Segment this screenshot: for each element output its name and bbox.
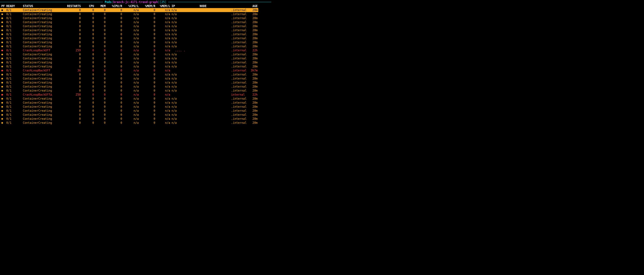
table-row[interactable]: 0/1ContainerCreating0000n/a0n/an/a.inter… <box>0 105 258 109</box>
cell-memr: 0 <box>139 88 155 92</box>
status-dot-icon <box>0 109 6 113</box>
cell-restarts: 0 <box>62 60 81 64</box>
table-row[interactable]: 0/1ContainerCreating0000n/a0n/an/a.inter… <box>0 24 258 28</box>
cell-mem: 0 <box>94 44 106 48</box>
table-row[interactable]: 0/1ContainerCreating0000n/a0n/an/a.inter… <box>0 72 258 76</box>
table-row[interactable]: 0/1ContainerCreating0000n/a0n/an/a.inter… <box>0 88 258 92</box>
hdr-ready[interactable]: READY <box>6 4 23 8</box>
table-row[interactable]: 0/1ContainerCreating0000n/a0n/an/a.inter… <box>0 28 258 32</box>
cell-cpur: 0 <box>106 72 122 76</box>
cell-internal: .internal <box>231 16 250 20</box>
hdr-restarts[interactable]: RESTARTS <box>62 4 81 8</box>
table-header: PF READY STATUS RESTARTS CPU MEM %CPU/R … <box>0 4 258 8</box>
cell-meml: n/a <box>155 88 170 92</box>
cell-ready: 0/1 <box>6 84 23 88</box>
cell-age: 28m <box>250 96 258 100</box>
cell-cpur: 0 <box>106 117 122 121</box>
table-row[interactable]: 0/1ContainerCreating0000n/a0n/an/a.inter… <box>0 36 258 40</box>
table-row[interactable]: 0/1ContainerCreating0000n/a0n/an/a.inter… <box>0 109 258 113</box>
status-dot-icon <box>0 76 6 80</box>
cell-status: CrashLoopBackOff <box>23 48 62 52</box>
status-dot-icon <box>0 40 6 44</box>
cell-cpu: 0 <box>81 36 94 40</box>
table-row[interactable]: 0/1ContainerCreating0000n/a0n/an/a.inter… <box>0 76 258 80</box>
table-row[interactable]: 0/1ContainerCreating0000n/a0n/an/a.inter… <box>0 100 258 105</box>
status-dot-icon <box>0 8 6 12</box>
cell-cpur: 0 <box>106 80 122 84</box>
table-row[interactable]: 0/1ContainerCreating0000n/a0n/an/a.inter… <box>0 44 258 48</box>
cell-restarts: 0 <box>62 109 81 113</box>
cell-mem: 0 <box>94 84 106 88</box>
table-row[interactable]: 0/1ContainerCreating0000n/a0n/an/a.inter… <box>0 60 258 64</box>
table-row[interactable]: 0/1ContainerCreating0000n/a0n/an/a.inter… <box>0 80 258 84</box>
table-row[interactable]: 0/1ContainerCreating0000n/a0n/an/a.inter… <box>0 12 258 16</box>
table-row[interactable]: 0/1ContainerCreating0000n/a0n/an/a.inter… <box>0 52 258 56</box>
cell-status: ContainerCreating <box>23 12 62 16</box>
cell-cpur: 0 <box>106 24 122 28</box>
cell-mem: 0 <box>94 80 106 84</box>
hdr-node[interactable]: NODE <box>200 4 231 8</box>
table-row[interactable]: 0/1ContainerCreating0000n/a0n/an/a.inter… <box>0 113 258 117</box>
hdr-memr[interactable]: %MEM/R <box>139 4 155 8</box>
cell-age: 28m <box>250 28 258 32</box>
cell-cpul: n/a <box>122 76 139 80</box>
hdr-meml[interactable]: %MEM/L <box>155 4 170 8</box>
cell-status: ContainerCreating <box>23 52 62 56</box>
hdr-cpu[interactable]: CPU <box>81 4 94 8</box>
cell-ip: n/a <box>170 60 200 64</box>
table-row[interactable]: 0/1CrashLoopBackOff259000n/a0n/a .... ..… <box>0 48 258 52</box>
table-row[interactable]: 0/1ContainerCreating0000n/a0n/an/a.inter… <box>0 40 258 44</box>
cell-cpul: n/a <box>122 88 139 92</box>
cell-ip: n/a <box>170 117 200 121</box>
cell-memr: 0 <box>139 32 155 36</box>
table-row[interactable]: 0/1ContainerCreating0000n/a0n/an/a.inter… <box>0 16 258 20</box>
cell-mem: 0 <box>94 60 106 64</box>
cell-restarts: 0 <box>62 16 81 20</box>
cell-restarts: 0 <box>62 72 81 76</box>
cell-age: 28m <box>250 56 258 60</box>
cell-ip: n/a <box>170 76 200 80</box>
hdr-age[interactable]: AGE <box>250 4 258 8</box>
hdr-mem[interactable]: MEM <box>94 4 106 8</box>
cell-ip: n/a <box>170 80 200 84</box>
cell-meml: n/a <box>155 121 170 125</box>
cell-cpu: 0 <box>81 100 94 105</box>
table-row[interactable]: 0/1ContainerCreating0000n/a0n/an/a.inter… <box>0 84 258 88</box>
table-row[interactable]: 0/1ContainerCreating0000n/a0n/an/a.inter… <box>0 64 258 68</box>
cell-cpu: 0 <box>81 64 94 68</box>
status-dot-icon <box>0 36 6 40</box>
table-row[interactable]: 0/1ContainerCreating0000n/a0n/an/a.inter… <box>0 96 258 100</box>
cell-meml: n/a <box>155 60 170 64</box>
status-dot-icon <box>0 113 6 117</box>
cell-cpur: 0 <box>106 96 122 100</box>
cell-mem: 0 <box>94 68 106 72</box>
cell-status: ContainerCreating <box>23 20 62 24</box>
cell-cpur: 0 <box>106 100 122 105</box>
cell-memr: 0 <box>139 113 155 117</box>
table-row[interactable]: 0/1ContainerCreating0000n/a0n/an/a.inter… <box>0 20 258 24</box>
status-dot-icon <box>0 52 6 56</box>
cell-restarts: 0 <box>62 121 81 125</box>
hdr-cpul[interactable]: %CPU/L <box>122 4 139 8</box>
cell-cpul: n/a <box>122 92 139 96</box>
table-row[interactable]: 0/1ContainerCreating0000n/a0n/an/a.inter… <box>0 8 258 12</box>
cell-status: ContainerCreating <box>23 113 62 117</box>
hdr-pf[interactable]: PF <box>0 4 6 8</box>
cell-memr: 0 <box>139 68 155 72</box>
table-row[interactable]: 0/1CrashLoopBackOff36000n/a0n/a.internal… <box>0 68 258 72</box>
hdr-status[interactable]: STATUS <box>23 4 62 8</box>
cell-internal: .internal <box>231 8 250 12</box>
cell-status: CrashLoopBackOff <box>23 68 62 72</box>
table-row[interactable]: 0/1ContainerCreating0000n/a0n/an/a.inter… <box>0 117 258 121</box>
table-row[interactable]: 0/1ContainerCreating0000n/a0n/an/a.inter… <box>0 121 258 125</box>
cell-memr: 0 <box>139 100 155 105</box>
hdr-ip[interactable]: IP <box>170 4 200 8</box>
cell-restarts: 0 <box>62 36 81 40</box>
table-row[interactable]: 0/1ContainerCreating0000n/a0n/an/a.inter… <box>0 32 258 36</box>
cell-cpul: n/a <box>122 8 139 12</box>
cell-cpur: 0 <box>106 60 122 64</box>
cell-mem: 0 <box>94 56 106 60</box>
table-row[interactable]: 0/1CrashLoopBackOff∆258000n/a0n/ainterna… <box>0 92 258 96</box>
hdr-cpur[interactable]: %CPU/R <box>106 4 122 8</box>
table-row[interactable]: 0/1ContainerCreating0000n/a0n/an/a.inter… <box>0 56 258 60</box>
